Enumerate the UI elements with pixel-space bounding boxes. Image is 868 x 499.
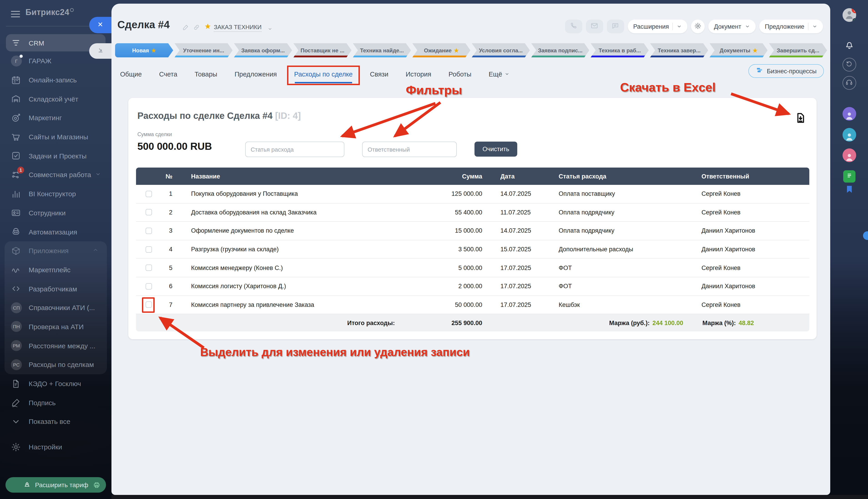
document-dropdown[interactable]: Документ [708, 20, 756, 33]
row-checkbox[interactable] [145, 209, 152, 216]
stage-ожидание[interactable]: Ожидание★ [412, 43, 470, 57]
copy-link-icon[interactable] [193, 24, 200, 33]
offer-dropdown[interactable]: Предложение [759, 20, 823, 33]
chat-button[interactable] [607, 20, 624, 33]
sidebar-item-подпись[interactable]: Подпись [0, 393, 112, 412]
sidebar-item-приложения[interactable]: Приложения [4, 241, 107, 260]
extensions-dropdown[interactable]: Расширения [628, 20, 688, 33]
notes-app-icon[interactable] [843, 170, 855, 183]
user-avatar[interactable]: 1 [842, 8, 856, 22]
sidebar-item-складской-уч-т[interactable]: Складской учёт [0, 89, 112, 108]
sidebar-item-задачи-и-проекты[interactable]: Задачи и Проекты [0, 146, 112, 165]
sidebar-item-bi-конструктор[interactable]: BI Конструктор [0, 184, 112, 203]
sidebar-item-кэдо-госключ[interactable]: КЭДО + Госключ [0, 374, 112, 393]
contact-avatar[interactable] [842, 128, 856, 142]
responsible-filter-input[interactable] [362, 142, 457, 157]
stage-техника-в-раб-[interactable]: Техника в раб... [591, 43, 649, 57]
row-responsible: Даниил Харитонов [684, 246, 809, 253]
tab-общие[interactable]: Общие [120, 71, 142, 78]
close-slider-button[interactable] [89, 17, 112, 33]
stage-заявка-подпис-[interactable]: Заявка подпис... [531, 43, 589, 57]
row-article: Дополнительные расходы [541, 246, 684, 253]
bookmark-icon[interactable] [844, 183, 854, 197]
sidebar-item-настройки[interactable]: Настройки [0, 438, 112, 457]
sidebar-item-маркетплейс[interactable]: Маркетплейс [4, 260, 107, 279]
stage-документы[interactable]: Документы★ [709, 43, 767, 57]
annotation-select-note: Выделить для изменения или удаления запи… [200, 345, 470, 359]
stage-новая[interactable]: Новая★ [115, 43, 173, 57]
support-headset-icon[interactable] [842, 76, 856, 90]
sidebar-item-разработчикам[interactable]: Разработчикам [4, 279, 107, 298]
sidebar-item-автоматизация[interactable]: Автоматизация [0, 222, 112, 241]
sidebar-item-расходы-по-сделкам[interactable]: РСРасходы по сделкам [4, 355, 107, 374]
sidebar-item-label: КЭДО + Госключ [29, 380, 81, 388]
tab-роботы[interactable]: Роботы [449, 71, 471, 78]
clear-filters-button[interactable]: Очистить [475, 142, 517, 157]
sidebar-item-расстояние-между-[interactable]: РМРасстояние между ... [4, 336, 107, 355]
row-checkbox[interactable] [145, 191, 152, 197]
row-checkbox[interactable] [145, 228, 152, 234]
stage-техника-найде-[interactable]: Техника найде... [353, 43, 411, 57]
row-sum: 15 000.00 [406, 228, 482, 234]
sidebar-item-онлайн-запись[interactable]: Онлайн-запись [0, 70, 112, 89]
calendar-icon [11, 75, 21, 85]
row-checkbox[interactable] [145, 246, 152, 253]
margin-rub: Маржа (руб.): 244 100.00 [609, 314, 683, 331]
excel-download-icon[interactable] [794, 111, 807, 126]
email-button[interactable] [586, 20, 603, 33]
stage-label: Новая [132, 47, 149, 53]
header-name: Название [184, 173, 406, 180]
tab-счета[interactable]: Счета [159, 71, 177, 78]
stage-условия-согла-[interactable]: Условия согла... [472, 43, 530, 57]
deal-sum-label: Сумма сделки [137, 132, 172, 137]
tab-ещ-[interactable]: Ещё [489, 71, 509, 78]
expense-article-filter-input[interactable] [245, 142, 344, 157]
target-icon [11, 113, 21, 123]
sidebar-item-сотрудники[interactable]: Сотрудники [0, 203, 112, 222]
edit-title-icon[interactable] [182, 24, 189, 33]
row-checkbox[interactable] [145, 283, 152, 290]
business-processes-label: Бизнес-процессы [767, 68, 817, 74]
stage-завершить-сд-[interactable]: Завершить сд... [769, 43, 827, 57]
sidebar-item-сайты-и-магазины[interactable]: Сайты и Магазины [0, 127, 112, 146]
stage-уточнение-ин-[interactable]: Уточнение ин... [175, 43, 232, 57]
sidebar-item-показать-все[interactable]: Показать все [0, 412, 112, 431]
table-body: 1Покупка оборудования у Поставщика125 00… [136, 185, 809, 314]
row-date: 17.07.2025 [482, 283, 541, 290]
hamburger-menu-icon[interactable] [11, 11, 20, 17]
star-icon: ★ [151, 47, 156, 53]
business-processes-button[interactable]: Бизнес-процессы [748, 64, 824, 78]
upgrade-plan-button[interactable]: Расширить тариф [5, 477, 106, 492]
settings-gear-button[interactable] [691, 20, 705, 33]
history-icon[interactable] [842, 58, 856, 72]
sidebar-item-справочники-ати-[interactable]: СПСправочники АТИ (... [4, 298, 107, 317]
sidebar-item-проверка-на-ати[interactable]: ПНПроверка на АТИ [4, 317, 107, 336]
stage-заявка-оформ-[interactable]: Заявка оформ... [234, 43, 292, 57]
stage-label: Ожидание [424, 47, 452, 53]
contact-avatar[interactable] [842, 107, 856, 121]
tab-товары[interactable]: Товары [194, 71, 217, 78]
stage-техника-завер-[interactable]: Техника завер... [650, 43, 708, 57]
star-icon: ★ [454, 47, 459, 53]
app-logo: Битрикс24 [25, 8, 74, 17]
expenses-card: Расходы по сделке Сделка #4 [ID: 4] Сумм… [128, 98, 817, 339]
row-responsible: Сергей Конев [684, 209, 809, 216]
sidebar-apps-group: ПриложенияМаркетплейсРазработчикамСПСпра… [4, 241, 107, 374]
sidebar-item-маркетинг[interactable]: Маркетинг [0, 108, 112, 127]
notifications-bell-icon[interactable] [844, 39, 854, 51]
row-checkbox[interactable] [145, 265, 152, 271]
gear-icon [694, 22, 702, 31]
tab-предложения[interactable]: Предложения [235, 71, 277, 78]
pipeline-selector[interactable]: ЗАКАЗ ТЕХНИКИ [214, 24, 262, 32]
collapse-slider-button[interactable] [89, 43, 112, 59]
call-button[interactable] [565, 20, 582, 33]
tab-расходы-по-сделке[interactable]: Расходы по сделке [294, 71, 353, 78]
sidebar-item-совместная-работа[interactable]: 1Совместная работа [0, 165, 112, 184]
tab-label: Предложения [235, 71, 277, 78]
tab-связи[interactable]: Связи [370, 71, 388, 78]
tab-история[interactable]: История [405, 71, 431, 78]
stage-label: Условия согла... [479, 47, 523, 53]
row-checkbox[interactable] [145, 302, 152, 308]
stage-поставщик-не-[interactable]: Поставщик не ... [293, 43, 351, 57]
contact-avatar[interactable] [842, 148, 856, 162]
